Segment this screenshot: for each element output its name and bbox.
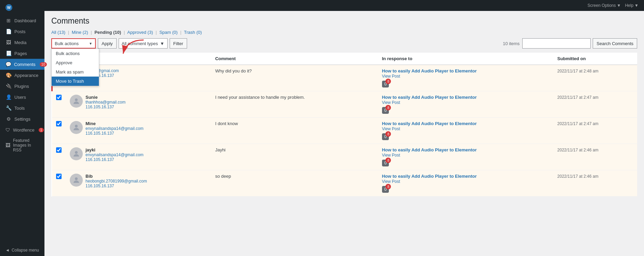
bulk-dropdown-item-header[interactable]: Bulk actions — [52, 49, 99, 58]
sep1: | — [68, 30, 69, 35]
sidebar-item-wordfence[interactable]: 🛡 Wordfence 1 — [0, 124, 44, 135]
filter-mine[interactable]: Mine (2) — [72, 30, 88, 35]
row-checkbox[interactable] — [56, 121, 62, 126]
svg-point-5 — [75, 177, 78, 180]
author-ip[interactable]: 116.105.16.137 — [86, 157, 144, 162]
author-email[interactable]: thanhhoa@gmail.com — [86, 100, 126, 105]
view-post-link[interactable]: View Post — [382, 74, 400, 79]
sidebar-item-settings[interactable]: ⚙ Settings — [0, 113, 44, 124]
submitted-date: 2022/11/17 at 2:48 am — [557, 69, 599, 73]
view-post-link[interactable]: View Post — [382, 153, 400, 158]
view-post-link[interactable]: View Post — [382, 126, 400, 131]
submitted-cell: 2022/11/17 at 2:46 am — [553, 144, 637, 170]
author-name: jayki — [86, 147, 144, 152]
sidebar-item-posts[interactable]: 📄 Posts — [0, 26, 44, 37]
comments-toolbar: Bulk actions ▼ Bulk actions Approve Mark… — [51, 38, 637, 49]
post-link[interactable]: How to easily Add Audio Player to Elemen… — [382, 174, 477, 179]
author-cell: Sunie thanhhoa@gmail.com 116.105.16.137 — [66, 91, 211, 118]
sidebar-item-plugins[interactable]: 🔌 Plugins — [0, 81, 44, 92]
author-ip[interactable]: 116.105.16.137 — [86, 184, 147, 188]
row-checkbox[interactable] — [56, 174, 62, 179]
author-name: Bib — [86, 174, 147, 179]
th-in-response: In response to — [378, 53, 553, 65]
filter-approved[interactable]: Approved (3) — [127, 30, 153, 35]
sidebar-item-media[interactable]: 🖼 Media — [0, 37, 44, 48]
comments-table: Author Comment In response to Submitted … — [51, 53, 637, 197]
sep4: | — [156, 30, 157, 35]
sidebar-item-label: Appearance — [14, 73, 38, 78]
filter-pending[interactable]: Pending (10) — [94, 30, 121, 35]
table-row: n1999@gmai.com 116.105.16.137 Why did yo… — [52, 65, 637, 91]
collapse-menu-label: Collapse menu — [12, 248, 39, 253]
comment-text: Why did you do it? — [215, 68, 374, 73]
filter-button[interactable]: Filter — [170, 38, 187, 49]
sep2: | — [91, 30, 92, 35]
view-post-link[interactable]: View Post — [382, 100, 400, 105]
author-ip[interactable]: 116.105.16.137 — [86, 131, 144, 136]
search-box: Search Comments — [522, 38, 637, 49]
row-checkbox[interactable] — [56, 95, 62, 100]
sidebar-item-featured-images[interactable]: 🖼 Featured Images In RSS — [0, 135, 44, 155]
view-post-link[interactable]: View Post — [382, 179, 400, 184]
filter-trash[interactable]: Trash (0) — [184, 30, 202, 35]
row-checkbox-cell — [52, 91, 66, 118]
help-button[interactable]: Help ▼ — [625, 3, 639, 8]
bulk-actions-label: Bulk actions — [55, 41, 79, 46]
collapse-arrow-icon: ◄ — [5, 248, 10, 253]
comment-types-dropdown[interactable]: All comment types ▼ — [119, 38, 168, 49]
search-comments-button[interactable]: Search Comments — [593, 38, 637, 49]
bulk-dropdown-item-spam[interactable]: Mark as spam — [52, 67, 99, 77]
comment-bubble: 0 8 — [382, 107, 389, 114]
author-cell: Bib heobongbi.27081999@gmail.com 116.105… — [66, 170, 211, 197]
screen-options-label: Screen Options — [588, 3, 616, 8]
sidebar-item-users[interactable]: 👤 Users — [0, 92, 44, 103]
sidebar-item-tools[interactable]: 🔧 Tools — [0, 103, 44, 113]
author-email[interactable]: envynailsandspa14@gmail.com — [86, 152, 144, 157]
comment-types-label: All comment types — [122, 41, 158, 46]
collapse-menu-button[interactable]: ◄ Collapse menu — [0, 244, 44, 256]
wp-icon: W — [5, 4, 12, 11]
table-row: Mine envynailsandspa14@gmail.com 116.105… — [52, 118, 637, 144]
filter-spam[interactable]: Spam (0) — [159, 30, 178, 35]
avatar — [70, 95, 83, 108]
sep5: | — [180, 30, 181, 35]
th-submitted: Submitted on — [553, 53, 637, 65]
sidebar-item-label: Wordfence — [13, 127, 35, 133]
author-ip[interactable]: 116.105.16.137 — [86, 105, 126, 109]
sidebar-item-pages[interactable]: 📃 Pages — [0, 48, 44, 59]
bulk-dropdown-item-trash[interactable]: Move to Trash — [52, 77, 99, 86]
search-comments-input[interactable] — [522, 38, 591, 49]
th-comment: Comment — [211, 53, 378, 65]
items-count: 10 items — [503, 41, 520, 46]
comments-badge: 10 — [40, 62, 47, 67]
row-checkbox[interactable] — [56, 147, 62, 153]
sidebar-item-appearance[interactable]: 🎨 Appearance — [0, 70, 44, 81]
post-link[interactable]: How to easily Add Audio Player to Elemen… — [382, 121, 477, 126]
comment-cell: I dont know — [211, 118, 378, 144]
author-email[interactable]: envynailsandspa14@gmail.com — [86, 126, 144, 131]
help-arrow-icon: ▼ — [634, 3, 639, 8]
sidebar-item-label: Featured Images In RSS — [13, 138, 39, 152]
wordfence-badge: 1 — [39, 128, 44, 132]
filter-all[interactable]: All (13) — [51, 30, 65, 35]
post-link[interactable]: How to easily Add Audio Player to Elemen… — [382, 68, 477, 73]
toolbar-right: 10 items Search Comments — [503, 38, 637, 49]
apply-button[interactable]: Apply — [98, 38, 117, 49]
author-email[interactable]: heobongbi.27081999@gmail.com — [86, 179, 147, 184]
tools-icon: 🔧 — [5, 105, 12, 111]
comment-bubble: 0 8 — [382, 133, 389, 140]
comment-count-badge: 8 — [385, 184, 391, 189]
post-link[interactable]: How to easily Add Audio Player to Elemen… — [382, 147, 477, 152]
submitted-date: 2022/11/17 at 2:46 am — [557, 148, 599, 152]
row-checkbox-cell — [52, 118, 66, 144]
bulk-actions-menu: Bulk actions Approve Mark as spam Move t… — [51, 49, 99, 86]
sidebar-item-comments[interactable]: 💬 Comments 10 — [0, 59, 44, 70]
post-link[interactable]: How to easily Add Audio Player to Elemen… — [382, 95, 477, 100]
sidebar-item-dashboard[interactable]: ⊞ Dashboard — [0, 15, 44, 26]
screen-options-button[interactable]: Screen Options ▼ — [588, 3, 621, 8]
bulk-dropdown-item-approve[interactable]: Approve — [52, 58, 99, 67]
site-logo[interactable]: W — [0, 0, 44, 15]
sidebar-item-label: Comments — [14, 62, 36, 67]
bulk-actions-dropdown[interactable]: Bulk actions ▼ — [51, 38, 96, 49]
submitted-cell: 2022/11/17 at 2:47 am — [553, 91, 637, 118]
